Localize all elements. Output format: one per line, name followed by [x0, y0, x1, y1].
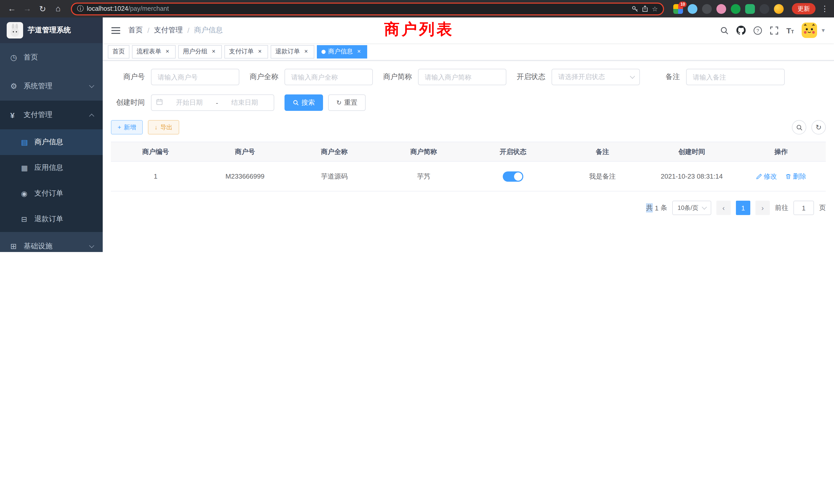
- sidebar-item-payment[interactable]: ¥ 支付管理: [0, 100, 103, 129]
- app-logo[interactable]: 芋道管理系统: [0, 18, 103, 43]
- fullscreen-icon[interactable]: [770, 26, 779, 35]
- tab-merchant-info[interactable]: 商户信息 ×: [317, 45, 367, 58]
- sidebar-item-merchant-info[interactable]: ▤ 商户信息: [0, 129, 103, 155]
- remark-input[interactable]: [686, 69, 785, 85]
- status-toggle[interactable]: [503, 171, 523, 181]
- site-info-icon[interactable]: ⓘ: [77, 4, 84, 13]
- password-key-icon[interactable]: [631, 5, 639, 12]
- filter-label: 开启状态: [517, 72, 552, 82]
- browser-menu-icon[interactable]: ⋮: [821, 4, 829, 13]
- date-separator: -: [216, 99, 218, 107]
- tags-view: 首页 流程表单 × 用户分组 × 支付订单 ×: [103, 43, 834, 61]
- sidebar-item-app-info[interactable]: ▦ 应用信息: [0, 155, 103, 181]
- yen-icon: ¥: [10, 111, 24, 119]
- pagination-total: 共 1 条: [646, 203, 667, 212]
- extension-icon-1[interactable]: 10: [673, 4, 683, 14]
- chevron-down-icon: [702, 204, 707, 209]
- short-name-input[interactable]: [418, 69, 506, 85]
- add-button[interactable]: + 新增: [111, 120, 143, 135]
- chevron-down-icon: [89, 243, 94, 248]
- breadcrumb-home[interactable]: 首页: [128, 26, 143, 35]
- prev-page-button[interactable]: ‹: [717, 201, 731, 215]
- tab-close-icon[interactable]: ×: [303, 48, 310, 55]
- tab-close-icon[interactable]: ×: [256, 48, 263, 55]
- sidebar-item-refund-orders[interactable]: ⊟ 退款订单: [0, 206, 103, 232]
- grid-icon: ▦: [21, 164, 35, 172]
- hamburger-icon[interactable]: [103, 18, 128, 43]
- end-date-placeholder[interactable]: 结束日期: [220, 98, 269, 107]
- breadcrumb-payment[interactable]: 支付管理: [154, 26, 183, 35]
- status-select[interactable]: 请选择开启状态: [552, 69, 640, 85]
- extension-icon-5[interactable]: [731, 4, 741, 14]
- date-range-picker[interactable]: 开始日期 - 结束日期: [151, 94, 274, 111]
- col-remark: 备注: [558, 142, 647, 161]
- user-avatar[interactable]: [802, 23, 817, 38]
- page-annotation: 商户列表: [384, 19, 454, 40]
- extension-icon-3[interactable]: [702, 4, 712, 14]
- share-icon[interactable]: [642, 5, 649, 12]
- browser-forward-icon[interactable]: →: [21, 2, 34, 16]
- merchant-no-input[interactable]: [151, 69, 239, 85]
- browser-home-icon[interactable]: ⌂: [51, 2, 65, 16]
- chrome-update-button[interactable]: 更新: [792, 3, 815, 14]
- url-bar[interactable]: ⓘ localhost:1024/pay/merchant ☆: [71, 2, 664, 15]
- cell-index: 1: [111, 161, 200, 191]
- browser-reload-icon[interactable]: ↻: [36, 2, 49, 16]
- breadcrumb-separator: /: [188, 26, 190, 35]
- full-name-input[interactable]: [285, 69, 373, 85]
- tab-close-icon[interactable]: ×: [210, 48, 217, 55]
- tab-user-group[interactable]: 用户分组 ×: [178, 45, 222, 58]
- start-date-placeholder[interactable]: 开始日期: [165, 98, 214, 107]
- bookmark-star-icon[interactable]: ☆: [652, 5, 658, 13]
- font-size-icon[interactable]: TT: [787, 26, 794, 34]
- next-page-button[interactable]: ›: [755, 201, 770, 215]
- tab-process-form[interactable]: 流程表单 ×: [132, 45, 176, 58]
- goto-page-input[interactable]: [793, 201, 814, 215]
- sidebar-item-pay-orders[interactable]: ◉ 支付订单: [0, 181, 103, 206]
- app-shell: 芋道管理系统 ◷ 首页 ⚙ 系统管理 ¥ 支付管理: [0, 18, 834, 252]
- pagination: 共 1 条 10条/页 ‹ 1 › 前往 页: [111, 201, 826, 215]
- search-icon[interactable]: [720, 26, 729, 35]
- reset-button[interactable]: ↻ 重置: [328, 94, 366, 111]
- col-full-name: 商户全称: [290, 142, 379, 161]
- filter-create-time: 创建时间 开始日期 - 结束日期: [111, 94, 274, 111]
- github-icon[interactable]: [737, 26, 746, 35]
- refresh-table-button[interactable]: ↻: [811, 120, 826, 135]
- table-header-row: 商户编号 商户号 商户全称 商户简称 开启状态 备注 创建时间 操作: [111, 142, 826, 161]
- extension-icon-6[interactable]: [745, 4, 755, 14]
- sidebar-item-system[interactable]: ⚙ 系统管理: [0, 72, 103, 100]
- tab-home[interactable]: 首页: [108, 45, 129, 58]
- sidebar-item-home[interactable]: ◷ 首页: [0, 43, 103, 72]
- browser-back-icon[interactable]: ←: [5, 2, 19, 16]
- sidebar-item-infra[interactable]: ⊞ 基础设施: [0, 232, 103, 252]
- filter-label: 商户全称: [249, 72, 285, 82]
- tab-refund-orders[interactable]: 退款订单 ×: [271, 45, 314, 58]
- col-merchant-no: 商户号: [200, 142, 290, 161]
- calendar-icon: [156, 98, 163, 107]
- caret-down-icon[interactable]: ▾: [822, 27, 825, 34]
- tab-close-icon[interactable]: ×: [355, 48, 363, 55]
- sidebar: 芋道管理系统 ◷ 首页 ⚙ 系统管理 ¥ 支付管理: [0, 18, 103, 252]
- page-content: 商户号 商户全称 商户简称 开启状态 请选择开启状态: [103, 61, 834, 252]
- edit-link[interactable]: 修改: [756, 172, 777, 181]
- export-button[interactable]: ↓ 导出: [148, 120, 179, 135]
- extension-icon-8[interactable]: [774, 4, 784, 14]
- extension-icon-2[interactable]: [688, 4, 697, 14]
- tab-pay-orders[interactable]: 支付订单 ×: [224, 45, 268, 58]
- search-button[interactable]: 搜索: [285, 94, 323, 111]
- logo-rabbit-icon: [7, 22, 23, 39]
- extension-icon-4[interactable]: [717, 4, 726, 14]
- filter-status: 开启状态 请选择开启状态: [517, 69, 640, 85]
- toggle-search-button[interactable]: [792, 120, 806, 135]
- table-row: 1 M233666999 芋道源码 芋艿 我是备注 2021-10-23 08:…: [111, 161, 826, 191]
- tab-close-icon[interactable]: ×: [164, 48, 171, 55]
- browser-chrome: ← → ↻ ⌂ ⓘ localhost:1024/pay/merchant ☆ …: [0, 0, 834, 18]
- next-icon: ›: [761, 204, 764, 212]
- svg-text:?: ?: [756, 28, 759, 33]
- extension-icon-7[interactable]: [760, 4, 769, 14]
- main-area: 首页 / 支付管理 / 商户信息 ?: [103, 18, 834, 252]
- page-size-select[interactable]: 10条/页: [673, 201, 711, 215]
- delete-link[interactable]: 删除: [785, 172, 806, 181]
- page-1-button[interactable]: 1: [736, 201, 750, 215]
- help-icon[interactable]: ?: [754, 26, 762, 35]
